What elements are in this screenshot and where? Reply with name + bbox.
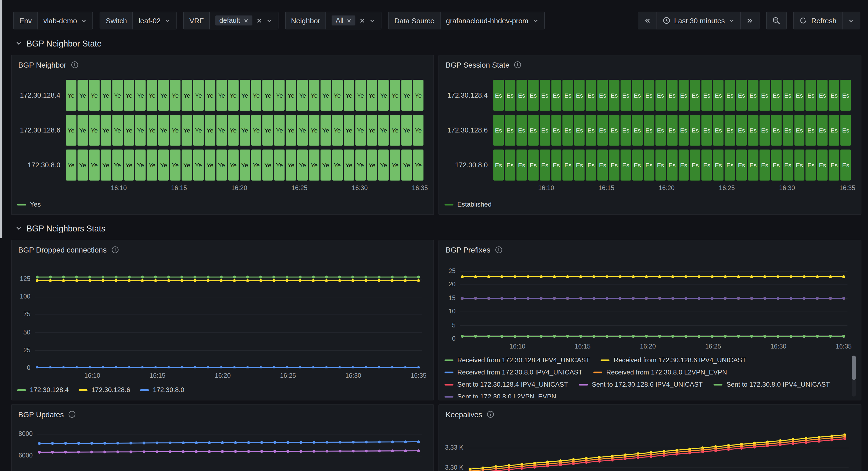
filter-switch-label: Switch [100,11,133,29]
line-chart-canvas [37,428,423,471]
timeline-cells: YeYeYeYeYeYeYeYeYeYeYeYeYeYeYeYeYeYeYeYe… [66,115,424,146]
state-cell: Ye [251,80,261,111]
time-picker-button[interactable]: Last 30 minutes [656,11,741,29]
legend-item[interactable]: Sent to 172.30.128.4 IPV4_UNICAST [444,380,568,388]
legend-label: Established [457,201,492,208]
x-axis-tick: 16:15 [575,343,591,350]
left-edge-scrollbar[interactable] [0,0,2,238]
info-icon[interactable] [514,61,522,69]
grafana-dashboard: Env vlab-demo Switch leaf-02 VRF [0,0,868,471]
legend-item[interactable]: 172.30.8.0 [140,386,184,394]
info-icon[interactable] [71,61,79,69]
panel-title: BGP Prefixes [445,246,491,254]
selected-tag[interactable]: All [332,16,355,25]
state-cell: Ye [378,80,389,111]
panel-title: Keepalives [445,410,482,418]
time-shift-forward-button[interactable] [740,11,760,29]
filter-switch-value[interactable]: leaf-02 [132,11,177,29]
row-label: 172.30.8.0 [17,149,66,181]
state-cell: Es [597,80,608,111]
state-cell: Es [783,115,793,146]
panel-header[interactable]: BGP Prefixes [439,240,861,259]
chevron-down-icon [16,225,22,232]
legend-item[interactable]: Sent to 172.30.8.0 IPV4_UNICAST [714,380,830,388]
state-cell: Es [505,115,515,146]
legend-item[interactable]: Sent to 172.30.8.0 L2VPN_EVPN [444,392,556,398]
zoom-out-button[interactable] [766,11,787,29]
y-axis-tick: 8000 [11,430,33,437]
info-icon[interactable] [487,410,495,418]
panel-title: BGP Neighbor [19,61,66,69]
info-icon[interactable] [68,410,76,418]
state-cell: Ye [216,149,227,181]
state-cell: Es [829,80,839,111]
legend-item[interactable]: Sent to 172.30.128.6 IPV4_UNICAST [579,380,703,388]
state-cell: Es [783,149,793,181]
x-axis-tick: 16:20 [640,343,656,350]
state-cell: Es [771,115,781,146]
clock-icon [662,17,670,24]
clear-selection-icon[interactable] [360,18,366,24]
chevron-down-icon [81,18,87,24]
legend-item[interactable]: Received from 172.30.128.6 IPV4_UNICAST [601,356,746,364]
panel-header[interactable]: BGP Neighbor [11,55,433,75]
state-cell: Ye [402,149,412,181]
refresh-interval-dropdown[interactable] [842,11,861,29]
info-icon[interactable] [111,246,119,254]
panel-bgp-dropped-connections: BGP Dropped connections 025507510012516:… [11,240,434,401]
state-cell: Es [620,149,631,181]
state-cell: Es [540,80,550,111]
state-cell: Es [597,115,608,146]
time-shift-back-button[interactable] [638,11,657,29]
legend-item[interactable]: Received from 172.30.8.0 IPV4_UNICAST [444,368,582,376]
legend-item[interactable]: 172.30.128.4 [17,386,69,394]
legend-item[interactable]: Yes [17,201,41,208]
legend-item[interactable]: 172.30.128.6 [79,386,130,394]
state-cell: Ye [66,149,76,181]
legend-scrollbar-thumb[interactable] [852,356,856,380]
timeline-row: 172.30.128.6EsEsEsEsEsEsEsEsEsEsEsEsEsEs… [444,115,851,146]
refresh-button[interactable]: Refresh [794,11,842,29]
state-cell: Es [644,80,654,111]
state-cell: Ye [332,80,343,111]
state-cell: Ye [182,149,192,181]
state-cell: Ye [78,149,88,181]
clear-selection-icon[interactable] [256,18,262,24]
filter-vrf-value[interactable]: default [210,11,278,29]
selected-tag[interactable]: default [215,16,252,25]
x-axis-tick: 16:10 [509,343,525,350]
legend-swatch [17,204,26,205]
state-cell: Ye [344,115,354,146]
panel-row-2: BGP Dropped connections 025507510012516:… [0,240,868,401]
legend-item[interactable]: Received from 172.30.8.0 L2VPN_EVPN [593,368,727,376]
x-axis-tick: 16:20 [215,372,231,379]
filter-datasource-value[interactable]: grafanacloud-hhdev-prom [440,11,545,29]
timeline-cells: YeYeYeYeYeYeYeYeYeYeYeYeYeYeYeYeYeYeYeYe… [66,80,424,111]
legend-item[interactable]: Established [444,201,492,208]
panel-header[interactable]: BGP Session State [439,55,861,75]
info-icon[interactable] [495,246,503,254]
legend-scrollbar[interactable] [852,356,856,396]
state-cell: Es [667,149,678,181]
panel-header[interactable]: Keepalives [439,405,861,424]
state-cell: Es [586,115,596,146]
state-cell: Es [586,149,596,181]
state-cell: Es [690,80,701,111]
x-axis-tick: 16:20 [658,184,675,191]
section-bgp-neighbor-state[interactable]: BGP Neighbor State [16,37,868,49]
panel-header[interactable]: BGP Dropped connections [11,240,433,259]
filter-neighbor-value[interactable]: All [326,11,381,29]
state-cell: Es [609,115,619,146]
time-controls: Last 30 minutes [638,11,760,29]
legend: Yes [17,201,41,208]
section-bgp-neighbors-stats[interactable]: BGP Neighbors Stats [16,223,868,234]
state-cell: Ye [170,149,181,181]
panel-header[interactable]: BGP Updates [11,405,433,424]
state-cell: Es [725,80,735,111]
remove-tag-icon[interactable] [347,18,351,23]
row-label: 172.30.128.4 [17,80,66,111]
filter-env-value[interactable]: vlab-demo [37,11,93,29]
remove-tag-icon[interactable] [244,18,248,23]
legend-item[interactable]: Received from 172.30.128.4 IPV4_UNICAST [444,356,590,364]
state-cell: Es [574,115,585,146]
